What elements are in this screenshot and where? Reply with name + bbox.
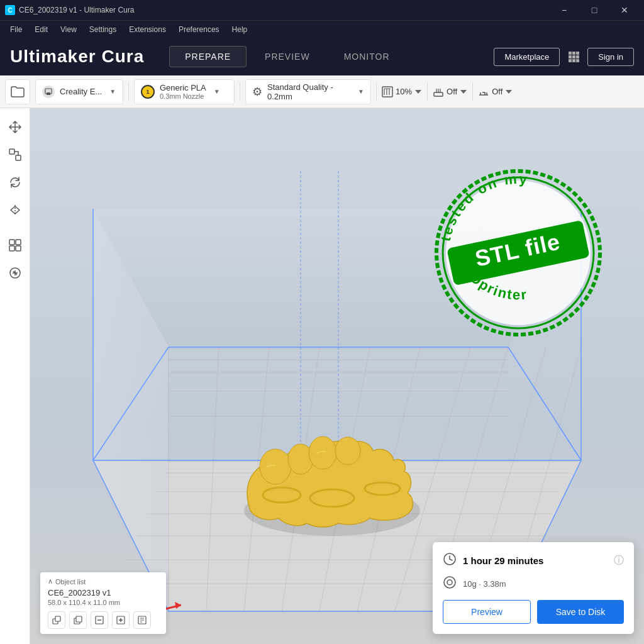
toolbar: Creality E... ▼ 1 Generic PLA 0.3mm Nozz…	[0, 75, 644, 108]
menu-view[interactable]: View	[55, 24, 82, 35]
printer-name: Creality E...	[60, 87, 102, 96]
viewport[interactable]: tested on my 3Dprinter STL file ∧ Object…	[30, 108, 644, 644]
logo-bold: Cura	[101, 47, 144, 66]
quality-dropdown-caret: ▼	[358, 88, 364, 95]
svg-marker-15	[506, 90, 512, 94]
adhesion-label: Off	[492, 87, 502, 96]
object-action-icons	[48, 611, 158, 629]
support-label: Off	[447, 87, 457, 96]
object-list-header: ∧ Object list	[48, 577, 158, 586]
svg-rect-8	[576, 59, 579, 62]
divider-3	[376, 82, 377, 101]
svg-point-94	[447, 580, 452, 585]
view-3d-button[interactable]	[48, 611, 65, 629]
adhesion-selector[interactable]: Off	[478, 86, 513, 97]
tab-preview[interactable]: PREVIEW	[249, 46, 326, 67]
menu-file[interactable]: File	[5, 24, 27, 35]
tab-prepare[interactable]: PREPARE	[169, 46, 247, 67]
divider-2	[240, 82, 240, 101]
filament-icon	[443, 575, 457, 592]
material-dropdown-caret: ▼	[214, 88, 220, 95]
move-tool[interactable]	[4, 116, 26, 138]
svg-rect-2	[576, 52, 579, 55]
left-sidebar	[0, 108, 30, 644]
menu-settings[interactable]: Settings	[84, 24, 121, 35]
svg-rect-13	[434, 92, 443, 96]
minimize-button[interactable]: −	[550, 0, 579, 20]
header-right: Marketplace Sign in	[494, 48, 634, 66]
arrange-tool[interactable]	[4, 234, 26, 257]
menu-preferences[interactable]: Preferences	[174, 24, 225, 35]
svg-point-93	[444, 577, 455, 588]
svg-rect-19	[16, 240, 21, 245]
infill-value: 10%	[396, 87, 412, 96]
divider-4	[427, 82, 428, 101]
signin-button[interactable]: Sign in	[587, 48, 634, 66]
nav-tabs: PREPARE PREVIEW MONITOR	[169, 46, 405, 67]
subtract-button[interactable]	[91, 611, 108, 629]
quality-selector[interactable]: ⚙ Standard Quality - 0.2mm ▼	[245, 79, 371, 104]
app-logo: Ultimaker Cura	[10, 47, 144, 67]
settings-object-button[interactable]	[133, 611, 151, 629]
printer-dropdown-caret: ▼	[109, 88, 116, 95]
svg-rect-21	[16, 246, 21, 251]
menu-edit[interactable]: Edit	[30, 24, 53, 35]
svg-rect-1	[572, 52, 575, 55]
object-info-panel: ∧ Object list CE6_2002319 v1 58.0 x 110.…	[40, 572, 166, 634]
material-sub: 0.3mm Nozzle	[160, 92, 206, 100]
svg-rect-4	[572, 55, 575, 58]
svg-point-64	[309, 436, 336, 469]
rotate-tool[interactable]	[4, 171, 26, 194]
mirror-tool[interactable]	[4, 199, 26, 221]
logo-plain: Ultimaker	[10, 47, 96, 66]
scale-tool[interactable]	[4, 143, 26, 166]
menu-help[interactable]: Help	[227, 24, 253, 35]
svg-rect-0	[569, 52, 572, 55]
print-actions: Preview Save to Disk	[443, 600, 624, 624]
material-selector[interactable]: 1 Generic PLA 0.3mm Nozzle ▼	[134, 79, 235, 104]
open-file-button[interactable]	[5, 79, 30, 104]
svg-rect-10	[47, 92, 50, 95]
object-dimensions: 58.0 x 110.4 x 11.0 mm	[48, 599, 158, 606]
svg-point-62	[260, 449, 291, 484]
support-tool[interactable]	[4, 262, 26, 284]
svg-rect-18	[9, 240, 14, 245]
support-selector[interactable]: Off	[433, 86, 467, 97]
menubar: File Edit View Settings Extensions Prefe…	[0, 20, 644, 38]
print-info-card: 1 hour 29 minutes ⓘ 10g · 3.38m Preview …	[433, 542, 634, 634]
preview-button[interactable]: Preview	[443, 600, 531, 624]
tab-monitor[interactable]: MONITOR	[328, 46, 406, 67]
titlebar: C CE6_2002319 v1 - Ultimaker Cura − □ ✕	[0, 0, 644, 20]
marketplace-button[interactable]: Marketplace	[494, 48, 560, 66]
settings-icon: ⚙	[252, 85, 262, 99]
object-name: CE6_2002319 v1	[48, 588, 158, 597]
material-info: Generic PLA 0.3mm Nozzle	[160, 83, 206, 100]
main-area: tested on my 3Dprinter STL file ∧ Object…	[0, 108, 644, 644]
info-icon[interactable]: ⓘ	[614, 554, 624, 567]
printer-icon	[42, 86, 55, 98]
menu-extensions[interactable]: Extensions	[124, 24, 171, 35]
print-material-row: 10g · 3.38m	[443, 575, 624, 592]
svg-rect-5	[576, 55, 579, 58]
svg-point-65	[335, 437, 360, 465]
svg-marker-14	[460, 90, 467, 94]
svg-rect-3	[569, 55, 572, 58]
apps-grid-icon[interactable]	[567, 50, 580, 63]
window-controls: − □ ✕	[550, 0, 639, 20]
close-button[interactable]: ✕	[610, 0, 639, 20]
quality-label: Standard Quality - 0.2mm	[267, 82, 350, 101]
save-to-disk-button[interactable]: Save to Disk	[537, 600, 624, 624]
tested-stamp: tested on my 3Dprinter STL file	[430, 165, 606, 341]
divider-1	[128, 82, 129, 101]
add-button[interactable]	[112, 611, 130, 629]
duplicate-button[interactable]	[69, 611, 87, 629]
clock-icon	[443, 552, 457, 569]
titlebar-left: C CE6_2002319 v1 - Ultimaker Cura	[5, 5, 134, 15]
bottom-panel: ∧ Object list CE6_2002319 v1 58.0 x 110.…	[40, 542, 634, 634]
infill-selector[interactable]: 10%	[382, 86, 422, 97]
svg-rect-16	[9, 149, 14, 154]
svg-rect-20	[9, 246, 14, 251]
svg-rect-17	[16, 155, 21, 160]
maximize-button[interactable]: □	[580, 0, 609, 20]
printer-selector[interactable]: Creality E... ▼	[35, 79, 123, 104]
